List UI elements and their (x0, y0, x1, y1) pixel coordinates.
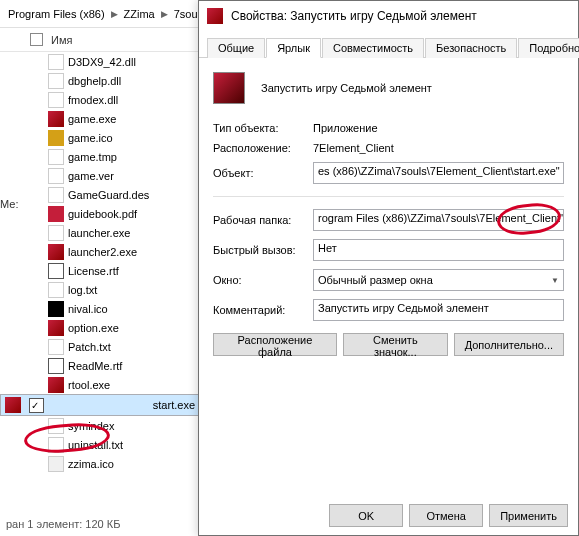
file-row[interactable]: symindex (0, 416, 200, 435)
dialog-titlebar[interactable]: Свойства: Запустить игру Седьмой элемент (199, 1, 578, 31)
file-icon (48, 111, 64, 127)
file-icon (48, 149, 64, 165)
file-row[interactable]: GameGuard.des (0, 185, 200, 204)
file-name: zzima.ico (68, 458, 114, 470)
advanced-button[interactable]: Дополнительно... (454, 333, 564, 356)
file-row[interactable]: D3DX9_42.dll (0, 52, 200, 71)
cancel-button[interactable]: Отмена (409, 504, 483, 527)
apply-button[interactable]: Применить (489, 504, 568, 527)
file-name: game.exe (68, 113, 116, 125)
file-icon (48, 358, 64, 374)
file-row[interactable]: fmodex.dll (0, 90, 200, 109)
file-list: D3DX9_42.dlldbghelp.dllfmodex.dllgame.ex… (0, 52, 200, 473)
file-row[interactable]: launcher2.exe (0, 242, 200, 261)
file-row[interactable]: game.tmp (0, 147, 200, 166)
breadcrumb-item[interactable]: ZZima (120, 6, 159, 22)
ok-button[interactable]: OK (329, 504, 403, 527)
file-name: uninstall.txt (68, 439, 123, 451)
tab-body: Запустить игру Седьмой элемент Тип объек… (199, 58, 578, 364)
file-row[interactable]: launcher.exe (0, 223, 200, 242)
properties-dialog: Свойства: Запустить игру Седьмой элемент… (198, 0, 579, 536)
file-icon (48, 301, 64, 317)
hotkey-input[interactable]: Нет (313, 239, 564, 261)
file-name: License.rtf (68, 265, 119, 277)
chevron-right-icon[interactable]: ▶ (159, 9, 170, 19)
separator (213, 196, 564, 197)
file-row[interactable]: option.exe (0, 318, 200, 337)
app-icon (207, 8, 223, 24)
file-name: launcher2.exe (68, 246, 137, 258)
file-name: option.exe (68, 322, 119, 334)
tab-Совместимость[interactable]: Совместимость (322, 38, 424, 58)
workdir-input[interactable]: rogram Files (x86)\ZZima\7souls\7Element… (313, 209, 564, 231)
tab-Безопасность[interactable]: Безопасность (425, 38, 517, 58)
status-bar: ран 1 элемент: 120 КБ (0, 516, 126, 536)
breadcrumb-item[interactable]: Program Files (x86) (4, 6, 109, 22)
tab-Ярлык[interactable]: Ярлык (266, 38, 321, 58)
file-icon (48, 73, 64, 89)
file-icon (48, 437, 64, 453)
shortcut-description: Запустить игру Седьмой элемент (261, 82, 432, 94)
file-name: guidebook.pdf (68, 208, 137, 220)
comment-input[interactable]: Запустить игру Седьмой элемент (313, 299, 564, 321)
file-icon (48, 282, 64, 298)
file-row[interactable]: start.exe (0, 394, 200, 416)
select-all-checkbox[interactable] (30, 33, 43, 46)
file-icon (48, 206, 64, 222)
label-type: Тип объекта: (213, 122, 307, 134)
file-icon (48, 54, 64, 70)
file-row[interactable]: zzima.ico (0, 454, 200, 473)
file-name: dbghelp.dll (68, 75, 121, 87)
file-row[interactable]: rtool.exe (0, 375, 200, 394)
file-name: log.txt (68, 284, 97, 296)
file-icon (48, 244, 64, 260)
file-row[interactable]: ReadMe.rtf (0, 356, 200, 375)
value-type: Приложение (313, 122, 564, 134)
tab-Подробно[interactable]: Подробно (518, 38, 579, 58)
file-name: D3DX9_42.dll (68, 56, 136, 68)
chevron-right-icon[interactable]: ▶ (109, 9, 120, 19)
tab-strip: ОбщиеЯрлыкСовместимостьБезопасностьПодро… (199, 31, 578, 58)
file-row[interactable]: log.txt (0, 280, 200, 299)
window-select-value: Обычный размер окна (318, 274, 433, 286)
label-target: Объект: (213, 167, 307, 179)
file-row[interactable]: nival.ico (0, 299, 200, 318)
file-name: rtool.exe (68, 379, 110, 391)
file-row[interactable]: dbghelp.dll (0, 71, 200, 90)
file-row[interactable]: game.ico (0, 128, 200, 147)
file-icon (48, 456, 64, 472)
column-name-label: Имя (51, 34, 72, 46)
label-workdir: Рабочая папка: (213, 214, 307, 226)
file-icon (48, 168, 64, 184)
value-location: 7Element_Client (313, 142, 564, 154)
tab-Общие[interactable]: Общие (207, 38, 265, 58)
file-row[interactable]: game.ver (0, 166, 200, 185)
chevron-down-icon: ▼ (551, 276, 559, 285)
file-name: symindex (68, 420, 114, 432)
file-icon (48, 263, 64, 279)
file-row[interactable]: uninstall.txt (0, 435, 200, 454)
file-name: start.exe (153, 399, 195, 411)
file-name: fmodex.dll (68, 94, 118, 106)
file-row[interactable]: Patch.txt (0, 337, 200, 356)
file-row[interactable]: guidebook.pdf (0, 204, 200, 223)
file-name: launcher.exe (68, 227, 130, 239)
open-location-button[interactable]: Расположение файла (213, 333, 337, 356)
file-icon (48, 339, 64, 355)
file-name: game.ver (68, 170, 114, 182)
column-header[interactable]: Имя (0, 28, 200, 52)
window-select[interactable]: Обычный размер окна▼ (313, 269, 564, 291)
file-icon (48, 225, 64, 241)
target-input[interactable]: es (x86)\ZZima\7souls\7Element_Client\st… (313, 162, 564, 184)
file-icon (48, 377, 64, 393)
file-row[interactable]: License.rtf (0, 261, 200, 280)
label-comment: Комментарий: (213, 304, 307, 316)
file-list-panel: Имя Ме: D3DX9_42.dlldbghelp.dllfmodex.dl… (0, 28, 200, 516)
label-location: Расположение: (213, 142, 307, 154)
file-icon (48, 92, 64, 108)
file-name: GameGuard.des (68, 189, 149, 201)
file-name: game.ico (68, 132, 113, 144)
change-icon-button[interactable]: Сменить значок... (343, 333, 448, 356)
file-row[interactable]: game.exe (0, 109, 200, 128)
file-name: Patch.txt (68, 341, 111, 353)
